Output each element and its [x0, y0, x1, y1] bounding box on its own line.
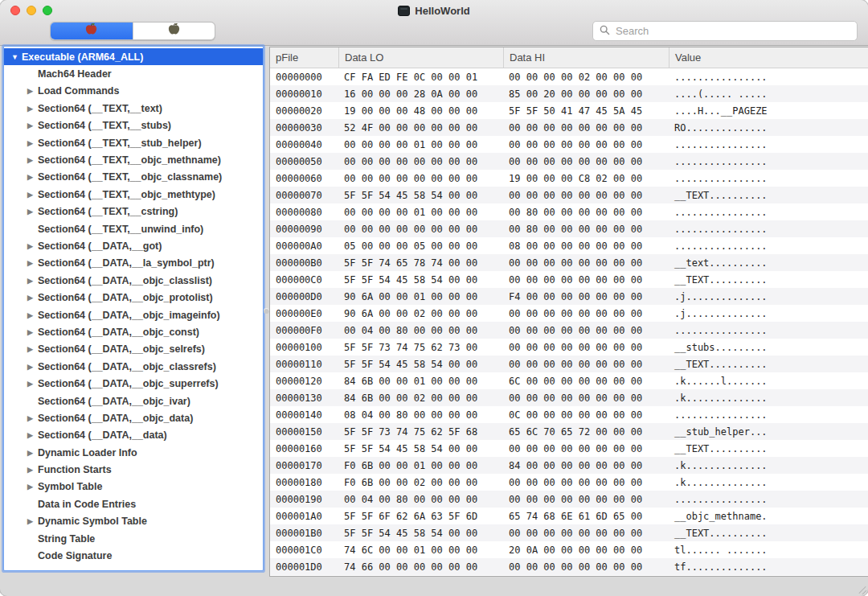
cell-value: .k.............. — [669, 460, 868, 471]
disclosure-triangle-icon[interactable]: ▶ — [27, 139, 38, 147]
hex-table-row[interactable]: 00000170F0 6B 00 00 01 00 00 0084 00 00 … — [270, 457, 868, 474]
disclosure-triangle-icon[interactable]: ▶ — [27, 191, 38, 199]
segment-rva-view[interactable] — [133, 23, 215, 39]
disclosure-triangle-icon[interactable]: ▶ — [27, 414, 38, 422]
sidebar-item[interactable]: String Table — [4, 530, 263, 547]
search-input[interactable] — [614, 24, 850, 38]
hex-table-row[interactable]: 000001D074 66 00 00 00 00 00 0000 00 00 … — [270, 558, 868, 575]
hex-table-row[interactable]: 000001B05F 5F 54 45 58 54 00 0000 00 00 … — [270, 524, 868, 541]
hex-table-row[interactable]: 0000001016 00 00 00 28 0A 00 0085 00 20 … — [270, 85, 868, 102]
disclosure-triangle-icon[interactable]: ▼ — [10, 53, 22, 61]
sidebar-item[interactable]: ▶Function Starts — [4, 461, 263, 478]
disclosure-triangle-icon[interactable]: ▶ — [27, 466, 38, 474]
hex-table-row[interactable]: 000001A05F 5F 6F 62 6A 63 5F 6D65 74 68 … — [270, 508, 868, 524]
disclosure-triangle-icon[interactable]: ▶ — [27, 259, 38, 267]
sidebar-item[interactable]: ▶Section64 (__DATA,__objc_classrefs) — [4, 358, 263, 375]
hex-table-row[interactable]: 0000003052 4F 00 00 00 00 00 0000 00 00 … — [270, 119, 868, 136]
hex-table-row[interactable]: 000001005F 5F 73 74 75 62 73 0000 00 00 … — [270, 339, 868, 356]
disclosure-triangle-icon[interactable]: ▶ — [27, 294, 38, 302]
hex-table-row[interactable]: 0000009000 00 00 00 00 00 00 0000 80 00 … — [270, 220, 868, 237]
titlebar[interactable]: HelloWorld — [0, 0, 868, 21]
hex-table-row[interactable]: 0000005000 00 00 00 00 00 00 0000 00 00 … — [270, 153, 868, 170]
hex-table-row[interactable]: 000000F000 04 00 80 00 00 00 0000 00 00 … — [270, 322, 868, 339]
sidebar-item[interactable]: ▶Section64 (__DATA,__objc_data) — [4, 409, 263, 426]
sidebar-item[interactable]: ▶Section64 (__TEXT,__objc_methtype) — [4, 186, 263, 203]
disclosure-triangle-icon[interactable]: ▶ — [27, 380, 38, 388]
sidebar-item[interactable]: ▶Dynamic Symbol Table — [4, 513, 263, 530]
disclosure-triangle-icon[interactable]: ▶ — [27, 517, 38, 525]
sidebar-item[interactable]: ▶Symbol Table — [4, 479, 263, 495]
sidebar-item[interactable]: ▶Section64 (__TEXT,__objc_classname) — [4, 169, 263, 186]
hex-table-row[interactable]: 000001505F 5F 73 74 75 62 5F 6865 6C 70 … — [270, 423, 868, 440]
disclosure-triangle-icon[interactable]: ▶ — [27, 121, 38, 129]
disclosure-triangle-icon[interactable]: ▶ — [27, 449, 38, 457]
hex-table-row[interactable]: 00000000CF FA ED FE 0C 00 00 0100 00 00 … — [270, 68, 868, 85]
sidebar-item[interactable]: ▶Load Commands — [4, 83, 263, 100]
hex-table-row[interactable]: 000000C05F 5F 54 45 58 54 00 0000 00 00 … — [270, 271, 868, 288]
segment-raw-view[interactable] — [51, 23, 133, 39]
disclosure-triangle-icon[interactable]: ▶ — [27, 311, 38, 319]
sidebar-item[interactable]: ▶Section64 (__DATA,__data) — [4, 427, 263, 444]
hex-table-row[interactable]: 0000012084 6B 00 00 01 00 00 006C 00 00 … — [270, 372, 868, 389]
disclosure-triangle-icon[interactable]: ▶ — [27, 363, 38, 371]
hex-table-row[interactable]: 000001C074 6C 00 00 01 00 00 0020 0A 00 … — [270, 541, 868, 558]
cell-pfile: 000000F0 — [270, 325, 338, 336]
disclosure-triangle-icon[interactable]: ▶ — [27, 483, 38, 491]
sidebar-item[interactable]: ▶Section64 (__DATA,__got) — [4, 237, 263, 254]
sidebar-item[interactable]: Code Signature — [4, 547, 263, 564]
disclosure-triangle-icon[interactable]: ▶ — [27, 277, 38, 285]
hex-table-row[interactable]: 000001605F 5F 54 45 58 54 00 0000 00 00 … — [270, 440, 868, 457]
disclosure-triangle-icon[interactable]: ▶ — [27, 345, 38, 353]
column-header-value[interactable]: Value — [669, 47, 868, 68]
hex-table-row[interactable]: 0000014008 04 00 80 00 00 00 000C 00 00 … — [270, 406, 868, 423]
hex-table-row[interactable]: 0000004000 00 00 00 01 00 00 0000 00 00 … — [270, 136, 868, 153]
sidebar-item[interactable]: ▶Section64 (__DATA,__la_symbol_ptr) — [4, 255, 263, 272]
hex-table-row[interactable]: 000000A005 00 00 00 05 00 00 0008 00 00 … — [270, 237, 868, 254]
resize-grip[interactable] — [857, 585, 866, 594]
sidebar-item[interactable]: ▶Section64 (__TEXT,__cstring) — [4, 203, 263, 220]
disclosure-triangle-icon[interactable]: ▶ — [27, 105, 38, 113]
disclosure-triangle-icon[interactable]: ▶ — [27, 208, 38, 216]
hex-table-row[interactable]: 0000019000 04 00 80 00 00 00 0000 00 00 … — [270, 491, 868, 508]
disclosure-triangle-icon[interactable]: ▶ — [27, 431, 38, 439]
sidebar-item[interactable]: ▼Executable (ARM64_ALL) — [4, 48, 263, 65]
sidebar-item[interactable]: ▶Section64 (__TEXT,__stubs) — [4, 117, 263, 134]
search-field[interactable] — [592, 21, 858, 41]
hex-table-row[interactable]: 0000008000 00 00 00 01 00 00 0000 80 00 … — [270, 203, 868, 220]
disclosure-triangle-icon[interactable]: ▶ — [27, 87, 38, 95]
sidebar-item[interactable]: ▶Section64 (__DATA,__objc_classlist) — [4, 272, 263, 289]
hex-table-row[interactable]: 0000013084 6B 00 00 02 00 00 0000 00 00 … — [270, 389, 868, 406]
cell-data-hi: 00 00 00 00 00 00 00 00 — [503, 308, 669, 319]
sidebar-item[interactable]: ▶Section64 (__TEXT,__objc_methname) — [4, 151, 263, 168]
sidebar-item[interactable]: Section64 (__TEXT,__unwind_info) — [4, 220, 263, 237]
hex-table-row[interactable]: 000001105F 5F 54 45 58 54 00 0000 00 00 … — [270, 356, 868, 372]
disclosure-triangle-icon[interactable]: ▶ — [27, 156, 38, 164]
sidebar-item[interactable]: ▶Section64 (__DATA,__objc_const) — [4, 323, 263, 340]
sidebar-item[interactable]: ▶Dynamic Loader Info — [4, 444, 263, 461]
hex-table-row[interactable]: 000000705F 5F 54 45 58 54 00 0000 00 00 … — [270, 187, 868, 203]
hex-table-row[interactable]: 000000D090 6A 00 00 01 00 00 00F4 00 00 … — [270, 288, 868, 305]
cell-pfile: 00000180 — [270, 477, 338, 488]
sidebar-item[interactable]: Data in Code Entries — [4, 495, 263, 512]
column-header-pfile[interactable]: pFile — [270, 47, 338, 68]
cell-value: ................ — [669, 494, 868, 505]
sidebar-item[interactable]: ▶Section64 (__DATA,__objc_superrefs) — [4, 375, 263, 392]
splitter-handle[interactable] — [264, 308, 269, 314]
disclosure-triangle-icon[interactable]: ▶ — [27, 173, 38, 181]
sidebar-item[interactable]: ▶Section64 (__TEXT,__text) — [4, 100, 263, 117]
sidebar-item[interactable]: ▶Section64 (__DATA,__objc_selrefs) — [4, 341, 263, 358]
hex-table-row[interactable]: 0000006000 00 00 00 00 00 00 0019 00 00 … — [270, 170, 868, 187]
sidebar-item[interactable]: Mach64 Header — [4, 65, 263, 82]
sidebar-item[interactable]: ▶Section64 (__DATA,__objc_imageinfo) — [4, 306, 263, 323]
hex-table-row[interactable]: 000000B05F 5F 74 65 78 74 00 0000 00 00 … — [270, 254, 868, 271]
hex-table-row[interactable]: 000000E090 6A 00 00 02 00 00 0000 00 00 … — [270, 305, 868, 322]
sidebar-item[interactable]: Section64 (__DATA,__objc_ivar) — [4, 393, 263, 409]
disclosure-triangle-icon[interactable]: ▶ — [27, 242, 38, 250]
hex-table-row[interactable]: 0000002019 00 00 00 48 00 00 005F 5F 50 … — [270, 102, 868, 119]
hex-table-row[interactable]: 00000180F0 6B 00 00 02 00 00 0000 00 00 … — [270, 474, 868, 491]
disclosure-triangle-icon[interactable]: ▶ — [27, 328, 38, 336]
sidebar-item[interactable]: ▶Section64 (__TEXT,__stub_helper) — [4, 134, 263, 151]
sidebar-item[interactable]: ▶Section64 (__DATA,__objc_protolist) — [4, 289, 263, 306]
column-header-data-hi[interactable]: Data HI — [503, 47, 669, 68]
column-header-data-lo[interactable]: Data LO — [338, 47, 503, 68]
